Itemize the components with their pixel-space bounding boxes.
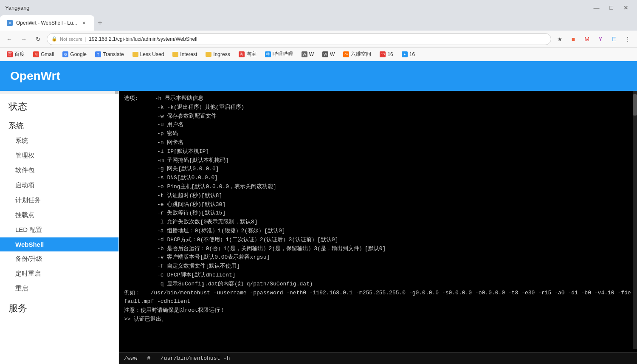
terminal-scrollbar[interactable] xyxy=(633,91,637,349)
sidebar-scrollbar-thumb[interactable] xyxy=(115,91,118,94)
bookmark-ingress-label: Ingress xyxy=(213,51,230,57)
wikipedia1-favicon: W xyxy=(302,51,307,57)
page-body: 状态 系统 系统 管理权 软件包 启动项 计划任务 挂载点 LED 配置 Web… xyxy=(0,91,637,364)
terminal-line: -i IP[默认本机IP] xyxy=(124,147,632,156)
menu-button[interactable]: ⋮ xyxy=(622,33,634,45)
minimize-button[interactable]: — xyxy=(590,3,603,13)
terminal-scroll-thumb xyxy=(633,94,637,116)
terminal-line: -m 子网掩码[默认本机掩码] xyxy=(124,156,632,165)
bookmark-bilibili[interactable]: 哔 哔哩哔哩 xyxy=(262,49,296,59)
bookmark-baidu-label: 百度 xyxy=(14,51,25,58)
user-name: Yangyang xyxy=(5,5,30,11)
terminal-line: -g 网关[默认0.0.0.0] xyxy=(124,165,632,174)
terminal-line: -w 保存参数到配置文件 xyxy=(124,112,632,121)
y-button[interactable]: Y xyxy=(595,33,606,45)
terminal-line: -s DNS[默认0.0.0.0] xyxy=(124,174,632,183)
terminal-line: -b 是否后台运行：0(否）1(是，关闭输出）2(是，保留输出）3(是，输出到文… xyxy=(124,245,632,254)
terminal-line: -d DHCP方式：0(不使用）1(二次认证）2(认证后）3(认证前）[默认0] xyxy=(124,236,632,245)
sidebar-item-admin[interactable]: 管理权 xyxy=(0,148,118,163)
bookmark-less-used[interactable]: Less Used xyxy=(129,50,168,59)
bookmark-baidu[interactable]: 百 百度 xyxy=(3,49,28,59)
new-tab-button[interactable]: + xyxy=(94,17,106,29)
bookmark-google[interactable]: G Google xyxy=(59,50,90,59)
sidebar-item-mount[interactable]: 挂载点 xyxy=(0,208,118,223)
terminal-line: -c DHCP脚本[默认dhclient] xyxy=(124,271,632,280)
url-text: 192.168.2.1/cgi-bin/luci/admin/system/We… xyxy=(89,36,197,42)
less-used-folder-icon xyxy=(132,52,138,57)
tab-title: OpenWrt - WebShell - Lu... xyxy=(16,20,77,26)
bookmark-jd[interactable]: JD 16 xyxy=(376,50,396,59)
rss-button[interactable]: ■ xyxy=(567,33,579,45)
maximize-button[interactable]: □ xyxy=(606,3,617,13)
terminal-prompt: /www # /usr/bin/mentohust -h xyxy=(124,355,230,361)
bookmark-wikipedia1[interactable]: W W xyxy=(298,50,317,59)
sidebar-item-reboot[interactable]: 重启 xyxy=(0,281,118,296)
sidebar-item-crontab[interactable]: 计划任务 xyxy=(0,193,118,208)
terminal-line: 注意：使用时请确保是以root权限运行！ xyxy=(124,306,632,315)
nav-bar: ← → ↻ 🔒 Not secure | 192.168.2.1/cgi-bin… xyxy=(0,31,637,48)
bookmark-bilibili-label: 哔哩哔哩 xyxy=(273,51,293,58)
page-content: OpenWrt 状态 系统 系统 管理权 软件包 启动项 计划任务 挂载点 LE… xyxy=(0,61,637,364)
sidebar-item-startup[interactable]: 启动项 xyxy=(0,178,118,193)
bookmark-star-button[interactable]: ★ xyxy=(554,33,566,45)
title-bar: Yangyang — □ ✕ xyxy=(0,0,637,15)
tab-close-button[interactable]: ✕ xyxy=(81,20,87,26)
bookmark-gmail[interactable]: M Gmail xyxy=(30,50,57,59)
terminal-line: -a 组播地址：0(标准）1(锐捷）2(赛尔）[默认0] xyxy=(124,227,632,236)
sidebar-item-system[interactable]: 系统 xyxy=(0,133,118,148)
translate-favicon: T xyxy=(95,51,101,57)
sidebar-scroll-area xyxy=(0,91,118,94)
back-button[interactable]: ← xyxy=(3,33,15,45)
sidebar-item-webshell[interactable]: WebShell xyxy=(0,237,118,251)
bilibili-favicon: 哔 xyxy=(265,51,271,57)
bookmark-wikipedia1-label: W xyxy=(309,51,314,57)
terminal-input[interactable] xyxy=(230,355,632,361)
sidebar-item-packages[interactable]: 软件包 xyxy=(0,163,118,178)
tab-favicon: ⚙ xyxy=(7,20,13,26)
bookmark-ingress[interactable]: Ingress xyxy=(202,50,233,59)
bookmark-wikipedia2[interactable]: W W xyxy=(319,50,338,59)
sidebar-item-backup[interactable]: 备份/升级 xyxy=(0,251,118,266)
wikipedia2-favicon: W xyxy=(322,51,328,57)
sidebar-item-led[interactable]: LED 配置 xyxy=(0,223,118,237)
bookmark-translate[interactable]: T Translate xyxy=(92,50,127,59)
terminal-line: -r 失败等待(秒)[默认15] xyxy=(124,209,632,218)
terminal-line: -p 密码 xyxy=(124,130,632,138)
bookmark-jd-label: 16 xyxy=(387,51,393,57)
bookmark-less-used-label: Less Used xyxy=(140,51,164,57)
active-tab[interactable]: ⚙ OpenWrt - WebShell - Lu... ✕ xyxy=(0,15,94,31)
gmail-favicon: M xyxy=(33,51,39,57)
sidebar-section-service[interactable]: 服务 xyxy=(0,296,118,318)
terminal-line: 选项: -h 显示本帮助信息 xyxy=(124,94,632,103)
interest-folder-icon xyxy=(172,52,178,57)
ingress-folder-icon xyxy=(206,52,211,57)
edge-button[interactable]: E xyxy=(608,33,620,45)
bookmark-taobao[interactable]: 淘 淘宝 xyxy=(235,49,260,59)
window-controls: — □ ✕ xyxy=(590,3,632,13)
sidebar-section-status[interactable]: 状态 xyxy=(0,94,118,116)
close-button[interactable]: ✕ xyxy=(620,3,632,13)
terminal-line: -k -k(退出程序）其他(重启程序) xyxy=(124,103,632,112)
bookmark-circle[interactable]: ● 16 xyxy=(398,50,418,59)
terminal-line: -o Ping主机[默认0.0.0.0，表示关闭该功能] xyxy=(124,183,632,192)
bookmark-interest[interactable]: Interest xyxy=(169,50,200,59)
jd-favicon: JD xyxy=(380,51,386,57)
bookmarks-bar: 百 百度 M Gmail G Google T Translate Less U… xyxy=(0,48,637,61)
sidebar-item-scheduled-restart[interactable]: 定时重启 xyxy=(0,266,118,281)
forward-button[interactable]: → xyxy=(18,33,30,45)
bookmark-taobao-label: 淘宝 xyxy=(246,51,256,58)
openwrt-title: OpenWrt xyxy=(10,69,60,83)
terminal-line: -l 允许失败次数[0表示无限制，默认8] xyxy=(124,218,632,227)
terminal-line: 例如： /usr/bin/mentohust -uusername -ppass… xyxy=(124,289,632,307)
terminal-output: 选项: -h 显示本帮助信息 -k -k(退出程序）其他(重启程序) -w 保存… xyxy=(119,91,637,352)
lock-icon: 🔒 xyxy=(51,36,57,42)
security-label: Not secure xyxy=(60,37,82,42)
sidebar-section-system[interactable]: 系统 xyxy=(0,116,118,133)
reload-button[interactable]: ↻ xyxy=(32,33,44,45)
url-separator: | xyxy=(85,36,86,42)
bookmark-liuwei[interactable]: 6v 六维空间 xyxy=(340,49,375,59)
terminal-line: -u 用户名 xyxy=(124,121,632,130)
address-bar[interactable]: 🔒 Not secure | 192.168.2.1/cgi-bin/luci/… xyxy=(47,33,551,45)
mail-button[interactable]: M xyxy=(581,33,593,45)
bookmark-circle-label: 16 xyxy=(409,51,415,57)
